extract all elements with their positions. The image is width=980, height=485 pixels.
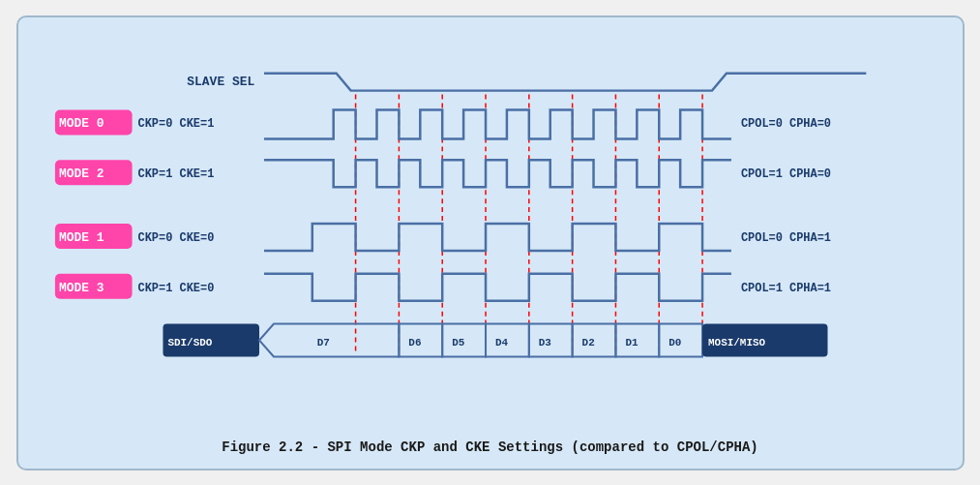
d4-label: D4 [494,336,508,348]
mode2-right: CPOL=1 CPHA=0 [740,167,830,181]
figure-caption: Figure 2.2 - SPI Mode CKP and CKE Settin… [38,430,943,455]
mode1-right: CPOL=0 CPHA=1 [740,230,830,244]
d5-label: D5 [452,336,464,348]
d2-label: D2 [581,336,594,348]
timing-diagram: SLAVE SEL MODE 0 CKP=0 CKE=1 CPOL=0 CPHA… [38,35,943,430]
mode0-right: CPOL=0 CPHA=0 [740,117,830,131]
mosi-miso-label: MOSI/MISO [708,336,766,348]
mode1-badge: MODE 1 [58,229,104,244]
diagram-area: SLAVE SEL MODE 0 CKP=0 CKE=1 CPOL=0 CPHA… [38,35,943,430]
slave-sel-label: SLAVE SEL [187,74,254,88]
mode3-badge: MODE 3 [58,280,104,294]
d7-label: D7 [316,336,329,348]
mode0-params: CKP=0 CKE=1 [137,117,214,131]
mode3-right: CPOL=1 CPHA=1 [740,281,830,294]
mode0-badge: MODE 0 [58,116,104,131]
sdi-sdo-label: SDI/SDO [167,336,212,348]
d0-label: D0 [668,336,681,348]
d1-label: D1 [625,336,638,348]
mode1-params: CKP=0 CKE=0 [137,230,214,244]
main-container: SLAVE SEL MODE 0 CKP=0 CKE=1 CPOL=0 CPHA… [16,15,965,470]
mode2-badge: MODE 2 [58,167,104,181]
mode3-params: CKP=1 CKE=0 [137,281,214,294]
d6-label: D6 [408,336,421,348]
d3-label: D3 [538,336,551,348]
mode2-params: CKP=1 CKE=1 [137,167,214,181]
